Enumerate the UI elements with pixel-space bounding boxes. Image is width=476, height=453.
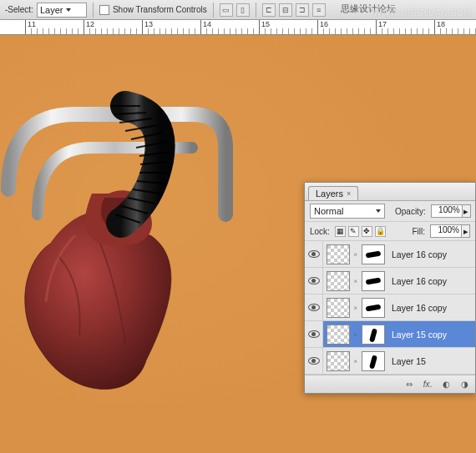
visibility-toggle[interactable] [305, 321, 323, 347]
opacity-flyout-icon[interactable]: ▸ [463, 204, 471, 218]
ruler-tick-minor [124, 28, 125, 35]
layer-row[interactable]: 𐄂Layer 16 copy [305, 268, 475, 294]
layer-row[interactable]: 𐄂Layer 16 copy [305, 241, 475, 268]
opacity-input[interactable]: 100% [431, 204, 463, 218]
ruler-tick-minor [107, 28, 108, 35]
ruler-tick-minor [189, 28, 190, 35]
layer-mask-thumbnail[interactable] [362, 325, 385, 345]
ruler-tick-minor [364, 28, 365, 35]
link-icon[interactable]: 𐄂 [350, 321, 360, 347]
eye-icon [308, 277, 320, 284]
adjustment-layer-icon[interactable]: ◑ [458, 379, 470, 390]
layer-thumbnail[interactable] [327, 351, 350, 371]
layer-mask-thumbnail[interactable] [362, 351, 385, 371]
ruler-tick-minor [160, 28, 160, 35]
ruler-tick-minor [469, 28, 470, 35]
fill-input[interactable]: 100% [430, 224, 462, 238]
auto-select-label: -Select: [5, 5, 33, 14]
lock-icons-group: ▦ ✎ ✥ 🔒 [335, 226, 386, 237]
eye-icon [308, 357, 320, 365]
eye-icon [308, 304, 320, 311]
panel-footer: ⇔ fx. ◐ ◑ [305, 375, 475, 393]
ruler-tick-minor [411, 28, 412, 35]
ruler-tick-minor [235, 28, 236, 35]
layer-thumbnail[interactable] [327, 325, 350, 345]
panel-tabbar: Layers × [305, 183, 475, 201]
lock-label: Lock: [310, 227, 330, 236]
fill-flyout-icon[interactable]: ▸ [462, 224, 470, 238]
blend-mode-value: Normal [314, 206, 343, 216]
align-right-icon[interactable]: ⊐ [296, 3, 309, 17]
layer-thumbnail[interactable] [327, 271, 350, 291]
separator [213, 3, 214, 18]
visibility-toggle[interactable] [305, 294, 323, 320]
layer-mask-thumbnail[interactable] [362, 271, 385, 291]
chevron-down-icon [376, 209, 381, 213]
link-icon[interactable]: 𐄂 [350, 241, 360, 267]
align-left-icon[interactable]: ⊏ [262, 3, 276, 17]
visibility-toggle[interactable] [305, 241, 323, 267]
ruler-tick-minor [458, 28, 458, 35]
ruler-tick-minor [195, 28, 195, 35]
layer-name-label[interactable]: Layer 16 copy [392, 249, 447, 259]
blend-mode-dropdown[interactable]: Normal [310, 204, 385, 219]
ruler-tick-minor [323, 28, 324, 35]
ruler-tick-minor [230, 28, 230, 35]
ruler-tick-minor [393, 28, 394, 35]
ruler-tick-minor [265, 28, 266, 35]
ruler-tick-minor [177, 28, 178, 35]
ruler-tick-minor [171, 28, 172, 35]
show-transform-label: Show Transform Controls [113, 5, 207, 14]
layer-name-label[interactable]: Layer 15 [392, 356, 426, 366]
canvas-artwork [0, 68, 251, 402]
ruler-tick-minor [183, 28, 184, 35]
lock-pixels-icon[interactable]: ✎ [348, 226, 359, 237]
auto-select-dropdown[interactable]: Layer [37, 3, 87, 18]
show-transform-checkbox[interactable] [99, 5, 109, 15]
ruler-tick-minor [165, 28, 166, 35]
layers-panel: Layers × Normal Opacity: 100% ▸ Lock: ▦ … [304, 182, 476, 394]
visibility-toggle[interactable] [305, 348, 323, 374]
layer-fx-icon[interactable]: fx. [422, 379, 433, 390]
layers-list: 𐄂Layer 16 copy𐄂Layer 16 copy𐄂Layer 16 co… [305, 241, 475, 375]
ruler-tick-minor [72, 28, 73, 35]
link-icon[interactable]: 𐄂 [350, 294, 360, 320]
ruler-tick-minor [399, 28, 400, 35]
layer-mask-thumbnail[interactable] [362, 244, 385, 264]
ruler-tick-minor [417, 28, 418, 35]
distribute-icon[interactable]: ≡ [312, 3, 326, 17]
align-icon[interactable]: ▯ [236, 3, 250, 17]
layer-name-label[interactable]: Layer 16 copy [392, 276, 447, 286]
layer-row[interactable]: 𐄂Layer 15 copy [305, 321, 475, 348]
layer-name-label[interactable]: Layer 16 copy [392, 303, 447, 313]
ruler-tick-minor [253, 28, 254, 35]
lock-all-icon[interactable]: 🔒 [375, 226, 386, 237]
layer-row[interactable]: 𐄂Layer 16 copy [305, 294, 475, 321]
ruler-tick-minor [206, 28, 207, 35]
align-center-icon[interactable]: ⊟ [279, 3, 292, 17]
lock-fill-row: Lock: ▦ ✎ ✥ 🔒 Fill: 100% ▸ [305, 222, 475, 241]
link-icon[interactable]: 𐄂 [350, 268, 360, 294]
lock-transparency-icon[interactable]: ▦ [335, 226, 346, 237]
lock-position-icon[interactable]: ✥ [362, 226, 372, 237]
visibility-toggle[interactable] [305, 268, 323, 294]
layer-thumbnail[interactable] [327, 244, 350, 264]
ruler-tick-minor [463, 28, 464, 35]
layer-row[interactable]: 𐄂Layer 15 [305, 348, 475, 375]
auto-select-value: Layer [40, 5, 63, 15]
link-layers-icon[interactable]: ⇔ [403, 379, 415, 390]
layer-mask-thumbnail[interactable] [362, 298, 385, 318]
ruler-tick-minor [335, 28, 336, 35]
layer-name-label[interactable]: Layer 15 copy [392, 330, 447, 340]
separator [93, 3, 94, 18]
ruler-tick-minor [423, 28, 423, 35]
align-icon[interactable]: ▭ [220, 3, 233, 17]
layer-thumbnail[interactable] [327, 298, 350, 318]
ruler-tick-minor [148, 28, 149, 35]
tab-layers[interactable]: Layers × [308, 186, 358, 200]
ruler-tick-minor [89, 28, 90, 35]
layer-mask-icon[interactable]: ◐ [440, 379, 452, 390]
link-icon[interactable]: 𐄂 [350, 348, 360, 374]
close-icon[interactable]: × [347, 189, 351, 198]
ruler-tick-minor [452, 28, 453, 35]
